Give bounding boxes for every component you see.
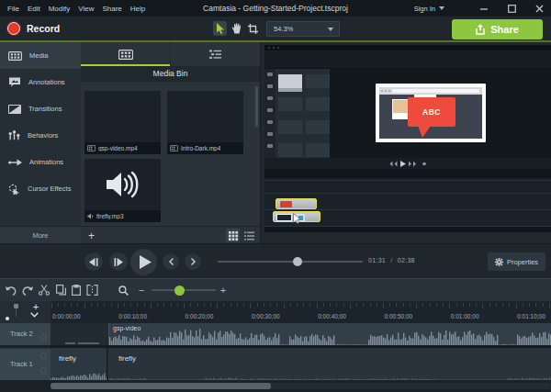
media-item-caption: firefly.mp3: [84, 210, 161, 222]
timeline-zoom-thumb[interactable]: [174, 286, 185, 296]
media-item-firefly.mp3[interactable]: firefly.mp3: [84, 159, 161, 222]
sidebar-items: MediaAnnotationsTransitionsBehaviorsAnim…: [0, 42, 81, 202]
video-track-line: [264, 180, 551, 181]
video-mini-thumbnail: [306, 97, 330, 111]
minimize-button[interactable]: [480, 5, 489, 13]
tab-media-bin[interactable]: [81, 42, 170, 66]
ruler-tick: [476, 303, 477, 307]
crop-tool-button[interactable]: [246, 21, 260, 36]
video-mini-header: [264, 50, 551, 69]
split-button[interactable]: [84, 283, 99, 297]
media-item-gsp-video.mp4[interactable]: gsp-video.mp4: [84, 91, 161, 154]
sidebar-item-media[interactable]: Media: [0, 42, 81, 69]
record-icon: [7, 22, 20, 35]
video-mini-thumbnail-selected: [278, 74, 302, 88]
sidebar-item-transitions[interactable]: Transitions: [0, 95, 81, 122]
video-frame[interactable]: ABC: [264, 45, 551, 232]
clip-firefly-2[interactable]: firefly: [108, 348, 551, 380]
paste-button[interactable]: [69, 283, 84, 297]
video-track-line: [264, 226, 551, 227]
maximize-button[interactable]: [508, 5, 516, 13]
titlebar: FileEditModifyViewShareHelp Camtasia - G…: [0, 0, 551, 17]
sidebar-item-cursor-effects[interactable]: Cursor Effects: [0, 175, 81, 202]
list-view-button[interactable]: [242, 229, 256, 242]
track-height-knob[interactable]: [14, 304, 18, 308]
track-2-lock-icon[interactable]: [40, 334, 47, 341]
scissors-icon: [39, 285, 50, 296]
waveform-dash: [65, 342, 75, 344]
track-2-lane[interactable]: gsp-video: [51, 323, 551, 345]
ruler-tick: [449, 303, 450, 308]
clip-firefly-1[interactable]: firefly: [51, 348, 107, 380]
video-clip-red-badge: [280, 201, 292, 207]
track-1-lane[interactable]: firefly firefly: [51, 348, 551, 380]
timeline-ruler[interactable]: 0:00:00;000:00:10;000:00:20;000:00:30;00…: [51, 301, 551, 323]
pan-tool-button[interactable]: [230, 21, 243, 36]
video-thumbnail: [84, 91, 161, 142]
canvas-tools: [213, 21, 260, 36]
icon: [8, 159, 22, 166]
video-mini-sidebar-icon: [267, 84, 273, 88]
timeline-scrollbar-thumb[interactable]: [51, 383, 271, 389]
media-item-name: firefly.mp3: [96, 213, 124, 219]
clip-gsp-video[interactable]: gsp-video: [108, 323, 551, 345]
timeline-zoom-slider[interactable]: [152, 289, 216, 291]
select-tool-button[interactable]: [213, 21, 227, 36]
record-button[interactable]: Record: [7, 19, 60, 38]
ruler-label: 0:00:30;00: [252, 313, 280, 319]
ruler-tick: [243, 303, 244, 307]
track-1-lock-icon[interactable]: [40, 367, 47, 374]
ruler-tick: [543, 303, 544, 307]
media-item-name: gsp-video.mp4: [98, 145, 138, 151]
video-mini-tracks: [264, 178, 551, 227]
step-forward-icon: [114, 258, 123, 266]
seek-slider[interactable]: [218, 261, 363, 263]
redo-button[interactable]: [20, 283, 35, 297]
sidebar-more-button[interactable]: More: [0, 226, 81, 243]
video-thumbnail: [167, 91, 243, 142]
canvas-preview: ABC: [260, 42, 551, 243]
properties-button[interactable]: Properties: [488, 252, 545, 271]
add-track-button[interactable]: +: [29, 301, 42, 312]
seek-slider-thumb[interactable]: [293, 257, 302, 266]
track-1-eye-icon[interactable]: [40, 353, 47, 359]
timeline-zoom-in-button[interactable]: +: [217, 283, 230, 297]
play-button[interactable]: [130, 249, 157, 275]
media-bin-scrollbar[interactable]: [255, 86, 258, 127]
share-button[interactable]: Share: [452, 19, 543, 39]
sidebar-item-behaviors[interactable]: Behaviors: [0, 122, 81, 149]
sidebar-item-annotations[interactable]: Annotations: [0, 69, 81, 95]
step-forward-button[interactable]: [109, 252, 128, 271]
track-2-header[interactable]: Track 2: [0, 323, 51, 345]
timeline-horizontal-scrollbar[interactable]: [51, 383, 551, 389]
next-clip-button[interactable]: [185, 253, 201, 270]
add-media-button[interactable]: +: [84, 229, 98, 242]
abc-callout-tail: [418, 126, 431, 138]
previous-clip-button[interactable]: [163, 253, 179, 270]
step-backward-button[interactable]: [84, 252, 103, 271]
sign-in-button[interactable]: Sign In: [414, 0, 444, 17]
copy-button[interactable]: [53, 283, 68, 297]
grid-view-button[interactable]: [226, 229, 240, 242]
cut-button[interactable]: [37, 283, 51, 297]
close-button[interactable]: [535, 5, 544, 13]
video-mini-thumbnail: [278, 143, 302, 157]
tab-library[interactable]: [170, 42, 260, 66]
zoom-level-dropdown[interactable]: 54.3%: [266, 21, 340, 37]
ruler-tick: [383, 303, 384, 308]
close-icon: [535, 5, 544, 13]
redo-icon: [22, 286, 33, 296]
media-panel-tabs: [81, 42, 260, 66]
track-2-name: Track 2: [10, 330, 33, 338]
chevron-down-icon: [328, 28, 333, 31]
browser-dot: [381, 90, 383, 92]
track-1-header[interactable]: Track 1: [0, 348, 51, 380]
media-item-Intro-Dark.mp4[interactable]: Intro-Dark.mp4: [167, 91, 243, 154]
ruler-tick: [84, 303, 85, 308]
timeline-zoom-out-button[interactable]: −: [135, 283, 148, 297]
ruler-tick: [403, 303, 404, 307]
collapse-tracks-button[interactable]: [30, 312, 39, 318]
sidebar-item-animations[interactable]: Animations: [0, 149, 81, 175]
undo-button[interactable]: [4, 283, 18, 297]
ruler-tick: [97, 303, 98, 307]
